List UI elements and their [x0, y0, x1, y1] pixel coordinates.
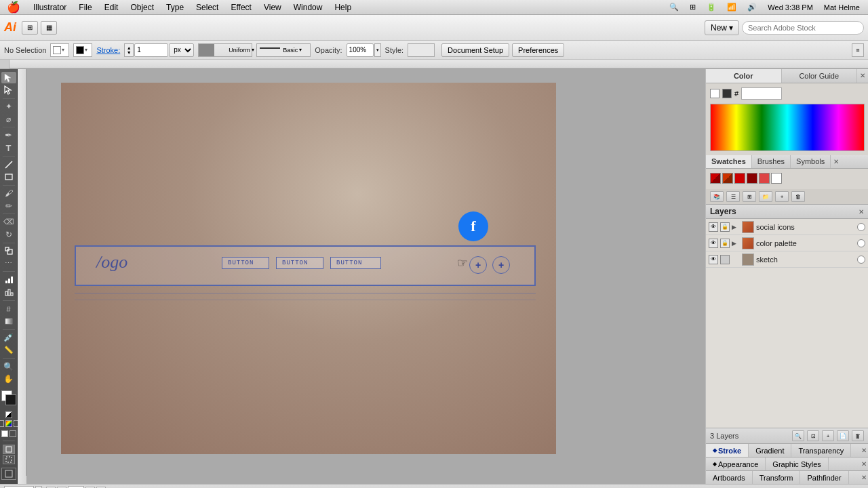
swatch-dkred[interactable] [747, 173, 757, 184]
swatch-red-1[interactable] [734, 173, 745, 184]
zoom-tool[interactable]: 🔍 [1, 361, 16, 372]
inside-draw-mode[interactable] [3, 455, 15, 464]
normal-draw-mode[interactable] [3, 445, 15, 454]
swatch-white[interactable] [771, 173, 782, 184]
menu-effect[interactable]: Effect [224, 3, 257, 12]
menu-edit[interactable]: Edit [98, 3, 125, 12]
tab-swatches[interactable]: Swatches [706, 155, 752, 168]
tab-stroke[interactable]: ◆ Stroke [706, 444, 749, 457]
stock-search-input[interactable] [742, 21, 864, 35]
locate-object-icon[interactable]: 🔍 [792, 430, 804, 441]
rectangle-tool[interactable] [1, 171, 16, 182]
layer-row-sketch[interactable]: 👁 sketch [706, 251, 868, 268]
default-colors-btn[interactable] [5, 411, 12, 418]
document-setup-button[interactable]: Document Setup [441, 43, 509, 57]
layer-expand-social-icons[interactable]: ▶ [732, 224, 740, 230]
swatch-target[interactable] [722, 173, 733, 184]
page-number[interactable]: 1 [68, 486, 84, 489]
rotate-tool[interactable]: ↻ [1, 228, 16, 240]
tab-color[interactable]: Color [706, 69, 782, 83]
layer-lock-social-icons[interactable]: 🔒 [720, 222, 730, 232]
tab-pathfinder[interactable]: Pathfinder [800, 471, 848, 484]
measure-tool[interactable]: 📏 [1, 344, 16, 356]
layer-eye-sketch[interactable]: 👁 [709, 255, 718, 264]
color-hex-input[interactable]: ffffff [741, 87, 782, 100]
make-clipping-mask-icon[interactable]: ⊡ [807, 430, 819, 441]
lasso-tool[interactable]: ⌀ [1, 113, 16, 125]
opacity-dropdown[interactable]: ▾ [374, 43, 381, 57]
menu-object[interactable]: Object [124, 3, 160, 12]
zoom-dropdown[interactable]: ▾ [35, 486, 42, 489]
swatch-icon-1[interactable] [710, 173, 721, 184]
scale-tool[interactable] [1, 245, 16, 257]
gradient-color-btn[interactable] [5, 420, 12, 427]
canvas-area[interactable]: /ogo Button Button Button + + f ☞ [27, 69, 705, 484]
eyedropper-tool[interactable]: 💉 [1, 331, 16, 343]
stroke-link[interactable]: Stroke: [96, 46, 120, 54]
selection-tool[interactable] [1, 72, 16, 83]
tab-artboards[interactable]: Artboards [706, 471, 753, 484]
tab-appearance[interactable]: ◆ Appearance [706, 458, 766, 470]
layer-row-color-palette[interactable]: 👁 🔒 ▶ color palette [706, 235, 868, 251]
layer-target-color-palette[interactable] [857, 239, 865, 247]
arrange-panels[interactable]: ▦ [41, 21, 57, 35]
preferences-button[interactable]: Preferences [512, 43, 564, 57]
menu-window[interactable]: Window [288, 3, 329, 12]
color-panel-close[interactable]: ✕ [857, 69, 868, 83]
stroke-unit-select[interactable]: px [169, 43, 194, 57]
new-button[interactable]: New ▾ [705, 20, 739, 35]
show-thumb-view-icon[interactable]: ⊞ [743, 191, 756, 202]
layer-target-sketch[interactable] [857, 256, 865, 264]
stroke-color-selector[interactable]: ▾ [73, 43, 92, 57]
layer-target-social-icons[interactable] [857, 223, 865, 231]
pencil-tool[interactable]: ✏ [1, 200, 16, 211]
fill-mode-btn[interactable] [1, 430, 8, 437]
tab-graphic-styles[interactable]: Graphic Styles [766, 458, 829, 470]
eraser-tool[interactable]: ⌫ [1, 216, 16, 228]
profile-select[interactable]: Basic ▾ [256, 43, 311, 57]
new-layer-icon[interactable]: 📄 [837, 430, 849, 441]
tab-symbols[interactable]: Symbols [791, 155, 831, 168]
type-tool[interactable]: T [1, 142, 16, 154]
warp-tool[interactable]: ⋯ [1, 258, 16, 269]
tab-gradient[interactable]: Gradient [749, 444, 791, 457]
stroke-up[interactable]: ▲▼ [124, 43, 134, 57]
hand-tool[interactable]: ✋ [1, 373, 16, 385]
pen-tool[interactable]: ✒ [1, 129, 16, 141]
tab-transform[interactable]: Transform [753, 471, 801, 484]
new-sublayer-icon[interactable]: + [822, 430, 834, 441]
screen-mode-btn[interactable] [1, 468, 16, 480]
tab-color-guide[interactable]: Color Guide [782, 69, 858, 83]
show-list-view-icon[interactable]: ☰ [726, 191, 740, 202]
menu-type[interactable]: Type [160, 3, 190, 12]
stroke-swatch[interactable] [5, 394, 16, 405]
magic-wand-tool[interactable]: ✦ [1, 101, 16, 113]
fill-color-selector[interactable]: ▾ [50, 43, 69, 57]
new-swatch-library-icon[interactable]: 📚 [710, 191, 724, 202]
bg-color-swatch[interactable] [722, 89, 732, 98]
layer-expand-color-palette[interactable]: ▶ [732, 240, 740, 247]
color-swatch-pair[interactable] [0, 389, 18, 408]
menu-search-icon[interactable]: 🔍 [667, 3, 682, 12]
layer-row-social-icons[interactable]: 👁 🔒 ▶ social icons [706, 219, 868, 235]
graph-tool[interactable] [1, 274, 16, 285]
color-spectrum[interactable] [710, 104, 865, 151]
swatch-orange[interactable] [759, 173, 770, 184]
new-swatch-icon[interactable]: + [775, 191, 789, 202]
delete-swatch-icon[interactable]: 🗑 [791, 191, 805, 202]
gradient-tool[interactable] [1, 315, 16, 327]
bottom-row3-close[interactable]: ✕ [857, 471, 868, 484]
menu-select[interactable]: Select [190, 3, 224, 12]
style-dropdown[interactable] [408, 43, 435, 57]
menu-file[interactable]: File [73, 3, 98, 12]
opacity-value-input[interactable] [347, 43, 374, 57]
none-color-btn[interactable] [0, 420, 4, 427]
bottom-row2-close[interactable]: ✕ [857, 458, 868, 470]
menu-grid-icon[interactable]: ⊞ [687, 3, 698, 12]
workspace-switcher[interactable]: ⊞ [22, 21, 38, 35]
menu-view[interactable]: View [258, 3, 288, 12]
menu-illustrator[interactable]: Illustrator [27, 3, 73, 12]
layer-eye-color-palette[interactable]: 👁 [709, 239, 718, 248]
tab-transparency[interactable]: Transparency [791, 444, 851, 457]
layer-eye-social-icons[interactable]: 👁 [709, 222, 718, 232]
